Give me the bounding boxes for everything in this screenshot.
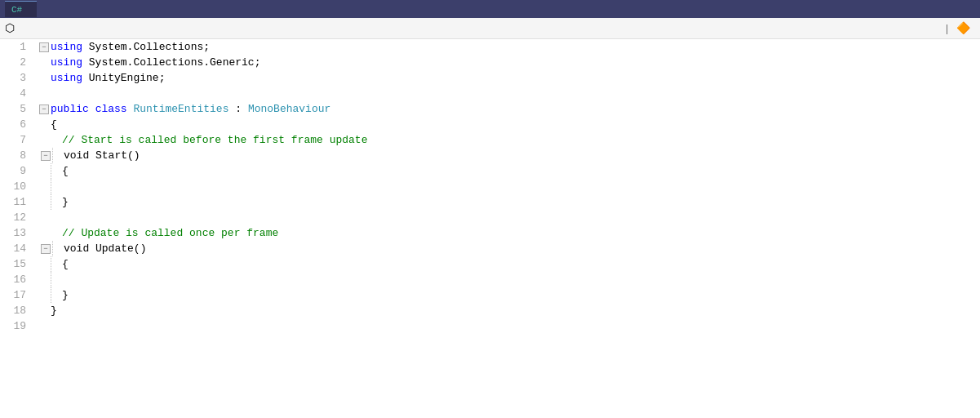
code-text: { bbox=[62, 163, 69, 179]
line-number: 11 bbox=[10, 194, 26, 210]
assembly-icon: ⬡ bbox=[5, 21, 15, 35]
line-number: 5 bbox=[10, 101, 26, 117]
keyword-blue: public bbox=[51, 101, 89, 117]
code-area[interactable]: −using System.Collections;using System.C… bbox=[33, 39, 980, 418]
code-line: using UnityEngine; bbox=[39, 70, 980, 86]
keyword-blue: using bbox=[51, 39, 82, 55]
keyword-blue: using bbox=[51, 70, 82, 86]
collapse-button[interactable]: − bbox=[39, 42, 49, 52]
code-line: −void Start() bbox=[39, 148, 980, 163]
line-number: 3 bbox=[10, 70, 26, 86]
line-number: 13 bbox=[10, 225, 26, 241]
code-line: } bbox=[39, 194, 980, 210]
code-comment: // Start is called before the first fram… bbox=[62, 132, 367, 148]
cs-file-icon: C# bbox=[11, 5, 22, 15]
code-line: { bbox=[39, 163, 980, 179]
line-number: 4 bbox=[10, 86, 26, 101]
code-line: } bbox=[39, 303, 980, 318]
code-comment: // Update is called once per frame bbox=[62, 225, 278, 241]
line-number: 12 bbox=[10, 210, 26, 225]
code-text bbox=[127, 101, 134, 117]
code-text: { bbox=[62, 256, 69, 272]
code-line: −public class RuntimeEntities : MonoBeha… bbox=[39, 101, 980, 117]
line-number: 9 bbox=[10, 163, 26, 179]
line-number: 10 bbox=[10, 179, 26, 194]
keyword-teal: MonoBehaviour bbox=[248, 101, 330, 117]
code-text: } bbox=[51, 303, 57, 318]
code-text: : bbox=[228, 101, 247, 117]
indent-guide bbox=[51, 179, 62, 194]
code-text: void bbox=[64, 148, 89, 163]
code-line: // Start is called before the first fram… bbox=[39, 132, 980, 148]
code-text: System.Collections; bbox=[82, 39, 210, 55]
code-line: { bbox=[39, 256, 980, 272]
line-number: 15 bbox=[10, 256, 26, 272]
runtime-entities-icon: 🔶 bbox=[956, 21, 970, 35]
code-line bbox=[39, 210, 980, 225]
line-number: 19 bbox=[10, 318, 26, 334]
line-number: 1 bbox=[10, 39, 26, 55]
file-tab[interactable]: C# bbox=[5, 1, 37, 17]
collapse-button[interactable]: − bbox=[39, 104, 49, 114]
code-line: } bbox=[39, 287, 980, 303]
line-number: 2 bbox=[10, 55, 26, 70]
keyword-blue: class bbox=[95, 101, 127, 117]
line-number: 8 bbox=[10, 148, 26, 163]
code-text: Update() bbox=[89, 241, 146, 256]
collapse-button[interactable]: − bbox=[41, 244, 51, 254]
code-line: using System.Collections.Generic; bbox=[39, 55, 980, 70]
keyword-teal: RuntimeEntities bbox=[133, 101, 228, 117]
title-bar: C# bbox=[0, 0, 980, 18]
keyword-blue: using bbox=[51, 55, 82, 70]
line-number: 18 bbox=[10, 303, 26, 318]
indent-guide bbox=[51, 194, 62, 210]
line-number: 17 bbox=[10, 287, 26, 303]
collapse-button[interactable]: − bbox=[41, 151, 51, 161]
code-line: { bbox=[39, 117, 980, 132]
line-number: 14 bbox=[10, 241, 26, 256]
breadcrumb-separator: | bbox=[946, 23, 948, 34]
code-text: } bbox=[62, 194, 69, 210]
code-line bbox=[39, 179, 980, 194]
code-text: System.Collections.Generic; bbox=[82, 55, 260, 70]
line-numbers: 12345678910111213141516171819 bbox=[0, 39, 33, 418]
indent-guide bbox=[52, 241, 64, 256]
indent-guide bbox=[51, 272, 62, 287]
code-line: −void Update() bbox=[39, 241, 980, 256]
code-text bbox=[89, 101, 95, 117]
line-number: 6 bbox=[10, 117, 26, 132]
code-text: Start() bbox=[89, 148, 140, 163]
breadcrumb-right: | 🔶 bbox=[942, 21, 975, 35]
code-line bbox=[39, 318, 980, 334]
code-text: { bbox=[51, 117, 57, 132]
indent-guide bbox=[51, 287, 62, 303]
line-number: 7 bbox=[10, 132, 26, 148]
code-line: // Update is called once per frame bbox=[39, 225, 980, 241]
breadcrumb-bar: ⬡ | 🔶 bbox=[0, 18, 980, 39]
code-line bbox=[39, 86, 980, 101]
editor-area: 12345678910111213141516171819 −using Sys… bbox=[0, 39, 980, 418]
indent-guide bbox=[52, 148, 64, 163]
code-line bbox=[39, 272, 980, 287]
code-text: UnityEngine; bbox=[82, 70, 165, 86]
code-text: void bbox=[64, 241, 89, 256]
code-text: } bbox=[62, 287, 69, 303]
indent-guide bbox=[51, 256, 62, 272]
code-line: −using System.Collections; bbox=[39, 39, 980, 55]
indent-guide bbox=[51, 163, 62, 179]
line-number: 16 bbox=[10, 272, 26, 287]
